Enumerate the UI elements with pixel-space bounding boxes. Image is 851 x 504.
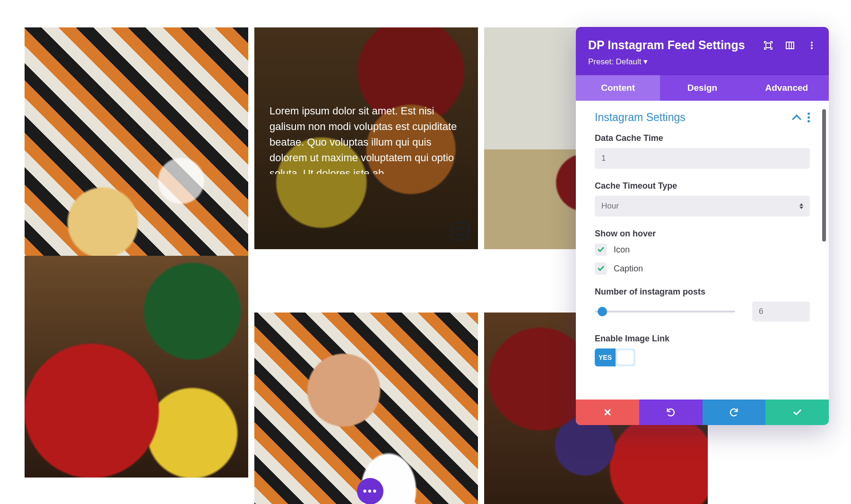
settings-panel: DP Instagram Feed Settings Preset: Defau…: [576, 27, 829, 425]
hover-icon-checkbox[interactable]: [595, 243, 607, 256]
posts-count-slider[interactable]: [595, 306, 735, 317]
timeout-type-label: Cache Timeout Type: [595, 181, 810, 191]
confirm-button[interactable]: [765, 400, 829, 425]
undo-button[interactable]: [639, 400, 703, 425]
section-title: Instagram Settings: [595, 111, 686, 124]
panel-header: DP Instagram Feed Settings Preset: Defau…: [576, 27, 829, 75]
preset-selector[interactable]: Preset: Default ▾: [588, 57, 816, 67]
columns-icon[interactable]: [785, 41, 795, 50]
cache-time-input[interactable]: [595, 148, 810, 169]
dots-icon: •••: [363, 485, 377, 498]
cancel-button[interactable]: [576, 400, 639, 425]
redo-button[interactable]: [703, 400, 766, 425]
svg-point-3: [811, 44, 813, 46]
enable-link-toggle[interactable]: YES: [595, 348, 635, 366]
timeout-type-select[interactable]: [595, 196, 810, 217]
panel-body: Instagram Settings Data Cache Time Cache…: [576, 101, 829, 400]
feed-item-overlay: Lorem ipsum dolor sit amet. Est nisi gal…: [254, 27, 478, 249]
page-actions-fab[interactable]: •••: [357, 478, 383, 504]
hover-caption-checkbox[interactable]: [595, 262, 607, 275]
kebab-icon[interactable]: [807, 41, 816, 50]
expand-icon[interactable]: [764, 41, 773, 50]
toggle-yes-label: YES: [595, 348, 616, 366]
feed-item[interactable]: Lorem ipsum dolor sit amet. Est nisi gal…: [254, 27, 478, 249]
svg-point-2: [811, 42, 813, 43]
settings-tabs: Content Design Advanced: [576, 75, 829, 101]
section-kebab-icon[interactable]: [808, 113, 810, 122]
svg-rect-0: [766, 43, 771, 48]
posts-count-value[interactable]: 6: [752, 302, 810, 322]
tab-design[interactable]: Design: [660, 75, 744, 101]
feed-item[interactable]: [25, 256, 248, 478]
hover-caption-label: Caption: [614, 264, 643, 274]
feed-caption: Lorem ipsum dolor sit amet. Est nisi gal…: [269, 103, 463, 174]
tab-advanced[interactable]: Advanced: [745, 75, 829, 101]
scrollbar[interactable]: [822, 109, 826, 242]
collapse-icon[interactable]: [792, 114, 801, 124]
instagram-icon[interactable]: [451, 222, 469, 241]
panel-title: DP Instagram Feed Settings: [588, 38, 745, 52]
svg-point-4: [811, 47, 813, 49]
panel-footer: [576, 400, 829, 425]
posts-count-label: Number of instagram posts: [595, 287, 810, 297]
show-on-hover-label: Show on hover: [595, 229, 810, 239]
select-arrows-icon: [799, 203, 803, 209]
enable-link-label: Enable Image Link: [595, 334, 810, 344]
toggle-knob: [616, 348, 635, 366]
svg-rect-1: [786, 42, 794, 49]
hover-icon-label: Icon: [614, 245, 630, 255]
feed-item[interactable]: [254, 313, 478, 504]
tab-content[interactable]: Content: [576, 75, 660, 101]
cache-time-label: Data Cache Time: [595, 133, 810, 143]
